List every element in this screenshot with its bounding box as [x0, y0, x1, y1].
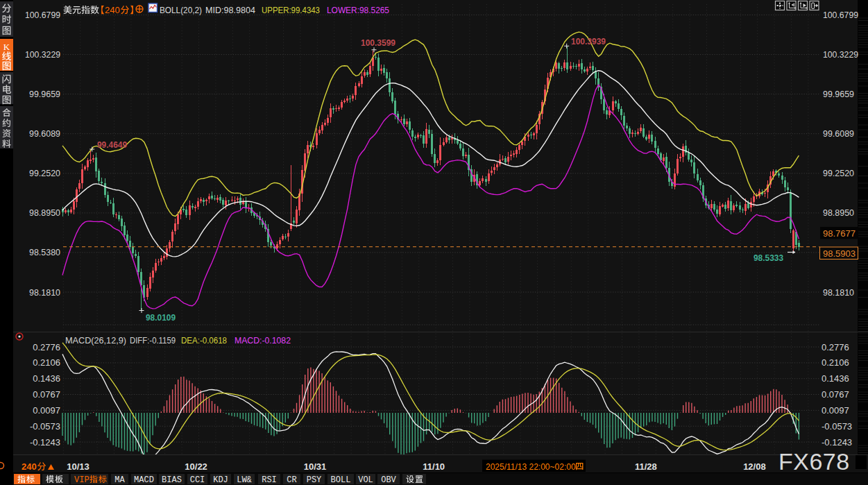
svg-text:0.0097: 0.0097	[33, 405, 60, 416]
svg-text:PSY: PSY	[307, 475, 322, 485]
svg-text:LW&: LW&	[237, 475, 252, 485]
svg-text:BOLL: BOLL	[331, 475, 351, 485]
svg-text:MID:98.9804: MID:98.9804	[205, 5, 255, 15]
svg-text:99.6089: 99.6089	[29, 128, 60, 139]
svg-text:DEA:-0.0618: DEA:-0.0618	[181, 335, 227, 346]
svg-text:0.2106: 0.2106	[822, 357, 849, 368]
svg-text:0.0767: 0.0767	[822, 389, 849, 400]
svg-text:98.8950: 98.8950	[823, 207, 854, 218]
svg-text:MACD(26,12,9): MACD(26,12,9)	[65, 335, 126, 346]
svg-text:UPPER:99.4343: UPPER:99.4343	[262, 5, 320, 15]
svg-text:10/22: 10/22	[185, 461, 207, 472]
svg-text:99.4649: 99.4649	[97, 140, 127, 150]
svg-text:99.6089: 99.6089	[823, 128, 854, 139]
svg-text:FX678: FX678	[778, 448, 850, 475]
svg-text:99.9659: 99.9659	[29, 89, 60, 99]
svg-text:100.3939: 100.3939	[571, 37, 606, 46]
svg-text:100.6799: 100.6799	[25, 10, 60, 20]
svg-text:0.2106: 0.2106	[33, 357, 60, 368]
svg-text:98.5380: 98.5380	[29, 247, 60, 257]
svg-text:LOWER:98.5265: LOWER:98.5265	[327, 5, 389, 15]
svg-text:98.0109: 98.0109	[146, 313, 176, 323]
svg-text:KDJ: KDJ	[213, 475, 228, 485]
svg-text:DIFF:-0.1159: DIFF:-0.1159	[130, 335, 176, 346]
svg-text:11/28: 11/28	[635, 461, 657, 472]
svg-text:99.9659: 99.9659	[823, 89, 854, 99]
svg-text:-0.1243: -0.1243	[30, 437, 60, 448]
svg-text:-0.1243: -0.1243	[822, 437, 852, 448]
svg-text:MACD:-0.1082: MACD:-0.1082	[235, 335, 291, 346]
svg-text:12/08: 12/08	[743, 461, 766, 472]
svg-text:VOL: VOL	[358, 475, 373, 485]
svg-text:10/31: 10/31	[304, 461, 327, 472]
svg-text:BIAS: BIAS	[162, 475, 182, 485]
svg-text:100.6799: 100.6799	[823, 10, 858, 20]
svg-text:11/10: 11/10	[423, 461, 445, 472]
svg-text:99.2520: 99.2520	[29, 168, 60, 178]
svg-text:OBV: OBV	[381, 475, 396, 485]
svg-text:RSI: RSI	[262, 475, 277, 485]
svg-text:10/13: 10/13	[67, 461, 90, 472]
svg-text:-0.0573: -0.0573	[822, 421, 852, 432]
svg-text:BOLL(20,2): BOLL(20,2)	[160, 5, 202, 15]
svg-text:98.8950: 98.8950	[29, 207, 60, 218]
svg-text:99.2520: 99.2520	[823, 168, 854, 178]
svg-text:0.1436: 0.1436	[33, 373, 60, 384]
svg-text:0.2776: 0.2776	[33, 342, 60, 352]
svg-text:100.3229: 100.3229	[25, 49, 60, 60]
svg-text:240: 240	[105, 5, 120, 15]
svg-text:98.1810: 98.1810	[823, 287, 854, 298]
svg-text:98.5903: 98.5903	[823, 248, 856, 259]
svg-text:0.0097: 0.0097	[822, 405, 849, 416]
svg-text:98.5333: 98.5333	[754, 253, 783, 263]
svg-text:CCI: CCI	[190, 475, 205, 485]
svg-text:-0.0573: -0.0573	[30, 421, 60, 432]
svg-text:100.3599: 100.3599	[361, 38, 395, 48]
svg-text:0.1436: 0.1436	[822, 373, 849, 384]
svg-text:K: K	[3, 42, 10, 52]
svg-text:100.3229: 100.3229	[823, 49, 858, 60]
svg-text:0.0767: 0.0767	[33, 389, 60, 400]
svg-text:0.2776: 0.2776	[822, 342, 849, 352]
svg-text:2025/11/13 22:00~02:00: 2025/11/13 22:00~02:00	[486, 462, 576, 472]
svg-text:VIP: VIP	[74, 475, 90, 485]
svg-text:98.1810: 98.1810	[29, 287, 60, 298]
svg-text:MA: MA	[114, 475, 125, 485]
svg-text:240: 240	[22, 461, 37, 472]
svg-text:CR: CR	[287, 475, 296, 485]
svg-text:98.7677: 98.7677	[823, 228, 856, 239]
svg-text:MACD: MACD	[134, 475, 154, 485]
